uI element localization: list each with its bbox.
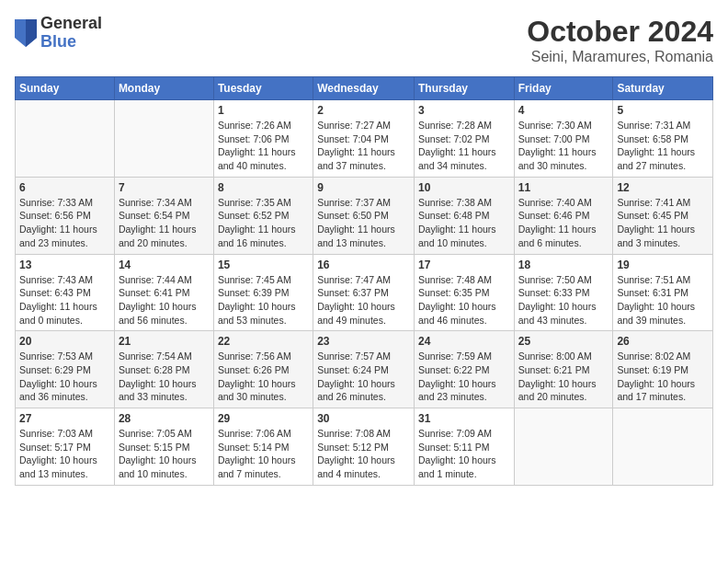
calendar-week: 20Sunrise: 7:53 AM Sunset: 6:29 PM Dayli… [16,331,713,408]
cell-day-number: 8 [218,181,309,194]
cell-info: Sunrise: 7:35 AM Sunset: 6:52 PM Dayligh… [218,196,309,250]
calendar-cell: 13Sunrise: 7:43 AM Sunset: 6:43 PM Dayli… [16,254,115,331]
logo-line1: General [40,15,102,33]
calendar-body: 1Sunrise: 7:26 AM Sunset: 7:06 PM Daylig… [16,100,713,486]
cell-info: Sunrise: 7:05 AM Sunset: 5:15 PM Dayligh… [119,427,210,481]
day-header-saturday: Saturday [613,77,713,100]
logo: General Blue [15,15,102,52]
calendar-cell: 19Sunrise: 7:51 AM Sunset: 6:31 PM Dayli… [613,254,713,331]
cell-day-number: 10 [418,181,510,194]
cell-day-number: 4 [518,104,609,117]
logo-text: General Blue [40,15,102,52]
cell-day-number: 25 [518,335,609,348]
cell-info: Sunrise: 7:28 AM Sunset: 7:02 PM Dayligh… [418,119,510,173]
calendar-cell: 10Sunrise: 7:38 AM Sunset: 6:48 PM Dayli… [414,177,514,254]
cell-day-number: 14 [119,259,210,271]
cell-day-number: 12 [617,181,709,194]
calendar-cell: 15Sunrise: 7:45 AM Sunset: 6:39 PM Dayli… [213,254,313,331]
cell-info: Sunrise: 7:56 AM Sunset: 6:26 PM Dayligh… [218,350,309,404]
cell-info: Sunrise: 7:31 AM Sunset: 6:58 PM Dayligh… [617,119,709,173]
cell-day-number: 29 [218,412,309,425]
cell-day-number: 27 [19,412,110,425]
cell-info: Sunrise: 7:30 AM Sunset: 7:00 PM Dayligh… [518,119,609,173]
cell-day-number: 24 [418,335,510,348]
cell-info: Sunrise: 7:54 AM Sunset: 6:28 PM Dayligh… [119,350,210,404]
calendar-cell [16,100,115,178]
calendar-cell: 24Sunrise: 7:59 AM Sunset: 6:22 PM Dayli… [414,331,514,408]
header-row: SundayMondayTuesdayWednesdayThursdayFrid… [16,77,713,100]
cell-info: Sunrise: 7:41 AM Sunset: 6:45 PM Dayligh… [617,196,709,250]
calendar-week: 13Sunrise: 7:43 AM Sunset: 6:43 PM Dayli… [16,254,713,331]
cell-day-number: 9 [317,181,410,194]
svg-marker-1 [26,19,37,47]
calendar-cell: 18Sunrise: 7:50 AM Sunset: 6:33 PM Dayli… [514,254,613,331]
calendar-week: 27Sunrise: 7:03 AM Sunset: 5:17 PM Dayli… [16,408,713,486]
cell-info: Sunrise: 7:37 AM Sunset: 6:50 PM Dayligh… [317,196,410,250]
calendar-cell [514,408,613,486]
calendar-cell: 29Sunrise: 7:06 AM Sunset: 5:14 PM Dayli… [213,408,313,486]
cell-info: Sunrise: 7:27 AM Sunset: 7:04 PM Dayligh… [317,119,410,173]
cell-info: Sunrise: 7:44 AM Sunset: 6:41 PM Dayligh… [119,273,210,327]
cell-day-number: 6 [19,181,110,194]
calendar-cell: 11Sunrise: 7:40 AM Sunset: 6:46 PM Dayli… [514,177,613,254]
calendar-cell: 21Sunrise: 7:54 AM Sunset: 6:28 PM Dayli… [114,331,213,408]
cell-info: Sunrise: 7:45 AM Sunset: 6:39 PM Dayligh… [218,273,309,327]
cell-info: Sunrise: 7:06 AM Sunset: 5:14 PM Dayligh… [218,427,309,481]
calendar-cell: 8Sunrise: 7:35 AM Sunset: 6:52 PM Daylig… [213,177,313,254]
calendar-cell [114,100,213,178]
page-header: General Blue October 2024 Seini, Maramur… [15,15,713,65]
cell-day-number: 7 [119,181,210,194]
cell-info: Sunrise: 7:09 AM Sunset: 5:11 PM Dayligh… [418,427,510,481]
cell-info: Sunrise: 7:50 AM Sunset: 6:33 PM Dayligh… [518,273,609,327]
day-header-tuesday: Tuesday [213,77,313,100]
page-subtitle: Seini, Maramures, Romania [527,49,713,65]
calendar-cell: 23Sunrise: 7:57 AM Sunset: 6:24 PM Dayli… [313,331,415,408]
cell-day-number: 5 [617,104,709,117]
cell-day-number: 22 [218,335,309,348]
cell-info: Sunrise: 8:02 AM Sunset: 6:19 PM Dayligh… [617,350,709,404]
cell-day-number: 18 [518,259,609,271]
logo-line2: Blue [40,33,102,52]
cell-day-number: 17 [418,259,510,271]
calendar-cell: 28Sunrise: 7:05 AM Sunset: 5:15 PM Dayli… [114,408,213,486]
title-block: October 2024 Seini, Maramures, Romania [527,15,713,65]
calendar-cell: 3Sunrise: 7:28 AM Sunset: 7:02 PM Daylig… [414,100,514,178]
day-header-sunday: Sunday [16,77,115,100]
calendar-cell: 2Sunrise: 7:27 AM Sunset: 7:04 PM Daylig… [313,100,415,178]
cell-info: Sunrise: 7:57 AM Sunset: 6:24 PM Dayligh… [317,350,410,404]
calendar-header: SundayMondayTuesdayWednesdayThursdayFrid… [16,77,713,100]
cell-info: Sunrise: 7:48 AM Sunset: 6:35 PM Dayligh… [418,273,510,327]
cell-day-number: 19 [617,259,709,271]
calendar-cell: 17Sunrise: 7:48 AM Sunset: 6:35 PM Dayli… [414,254,514,331]
calendar-cell: 26Sunrise: 8:02 AM Sunset: 6:19 PM Dayli… [613,331,713,408]
cell-info: Sunrise: 7:34 AM Sunset: 6:54 PM Dayligh… [119,196,210,250]
calendar-cell: 31Sunrise: 7:09 AM Sunset: 5:11 PM Dayli… [414,408,514,486]
cell-info: Sunrise: 8:00 AM Sunset: 6:21 PM Dayligh… [518,350,609,404]
cell-info: Sunrise: 7:40 AM Sunset: 6:46 PM Dayligh… [518,196,609,250]
cell-day-number: 3 [418,104,510,117]
cell-info: Sunrise: 7:38 AM Sunset: 6:48 PM Dayligh… [418,196,510,250]
calendar-cell: 16Sunrise: 7:47 AM Sunset: 6:37 PM Dayli… [313,254,415,331]
calendar-cell: 22Sunrise: 7:56 AM Sunset: 6:26 PM Dayli… [213,331,313,408]
cell-day-number: 13 [19,259,110,271]
cell-day-number: 20 [19,335,110,348]
cell-info: Sunrise: 7:51 AM Sunset: 6:31 PM Dayligh… [617,273,709,327]
day-header-wednesday: Wednesday [313,77,415,100]
cell-info: Sunrise: 7:53 AM Sunset: 6:29 PM Dayligh… [19,350,110,404]
cell-info: Sunrise: 7:26 AM Sunset: 7:06 PM Dayligh… [218,119,309,173]
calendar-cell: 4Sunrise: 7:30 AM Sunset: 7:00 PM Daylig… [514,100,613,178]
calendar-cell: 1Sunrise: 7:26 AM Sunset: 7:06 PM Daylig… [213,100,313,178]
calendar-cell: 5Sunrise: 7:31 AM Sunset: 6:58 PM Daylig… [613,100,713,178]
calendar-table: SundayMondayTuesdayWednesdayThursdayFrid… [15,76,713,486]
cell-day-number: 21 [119,335,210,348]
cell-info: Sunrise: 7:33 AM Sunset: 6:56 PM Dayligh… [19,196,110,250]
day-header-friday: Friday [514,77,613,100]
calendar-week: 6Sunrise: 7:33 AM Sunset: 6:56 PM Daylig… [16,177,713,254]
cell-info: Sunrise: 7:43 AM Sunset: 6:43 PM Dayligh… [19,273,110,327]
page-title: October 2024 [527,15,713,49]
cell-day-number: 23 [317,335,410,348]
cell-day-number: 26 [617,335,709,348]
cell-day-number: 30 [317,412,410,425]
day-header-thursday: Thursday [414,77,514,100]
calendar-cell: 9Sunrise: 7:37 AM Sunset: 6:50 PM Daylig… [313,177,415,254]
